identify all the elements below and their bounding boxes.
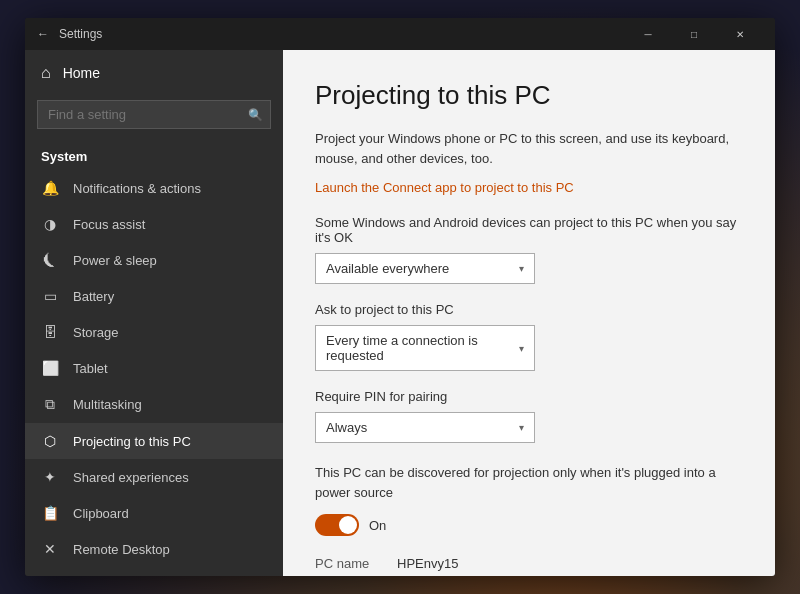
back-button[interactable]: ← [37,27,49,41]
search-icon: 🔍 [248,108,263,122]
battery-icon: ▭ [41,288,59,304]
minimize-button[interactable]: ─ [625,18,671,50]
sidebar-item-label: Clipboard [73,506,129,521]
multitasking-icon: ⧉ [41,396,59,413]
sidebar-item-label: Tablet [73,361,108,376]
sidebar-item-label: Battery [73,289,114,304]
focus-assist-icon: ◑ [41,216,59,232]
projecting-icon: ⬡ [41,433,59,449]
discovery-toggle-row: On [315,514,743,536]
sidebar-item-power-sleep[interactable]: ⏾ Power & sleep [25,242,283,278]
ask-project-label: Ask to project to this PC [315,302,743,317]
discovery-toggle[interactable] [315,514,359,536]
pin-label: Require PIN for pairing [315,389,743,404]
sidebar-item-home[interactable]: ⌂ Home [25,50,283,96]
tablet-icon: ⬜ [41,360,59,376]
titlebar: ← Settings ─ □ ✕ [25,18,775,50]
dropdown1-value: Available everywhere [326,261,449,276]
home-icon: ⌂ [41,64,51,82]
availability-dropdown[interactable]: Available everywhere ▾ [315,253,535,284]
power-description: This PC can be discovered for projection… [315,463,743,502]
settings-window: ← Settings ─ □ ✕ ⌂ Home 🔍 System [25,18,775,576]
page-title: Projecting to this PC [315,80,743,111]
dropdown3-arrow-icon: ▾ [519,422,524,433]
sidebar-item-label: Power & sleep [73,253,157,268]
dropdown2-value: Every time a connection is requested [326,333,519,363]
notifications-icon: 🔔 [41,180,59,196]
sidebar-item-label: Multitasking [73,397,142,412]
page-description: Project your Windows phone or PC to this… [315,129,743,168]
dropdown1-arrow-icon: ▾ [519,263,524,274]
sidebar-item-label: Focus assist [73,217,145,232]
sidebar-item-tablet[interactable]: ⬜ Tablet [25,350,283,386]
sidebar-item-label: Projecting to this PC [73,434,191,449]
window-controls: ─ □ ✕ [625,18,763,50]
sidebar: ⌂ Home 🔍 System 🔔 Notifications & action… [25,50,283,576]
remote-desktop-icon: ✕ [41,541,59,557]
pc-name-row: PC name HPEnvy15 [315,556,743,571]
ask-project-dropdown[interactable]: Every time a connection is requested ▾ [315,325,535,371]
storage-icon: 🗄 [41,324,59,340]
desktop: ← Settings ─ □ ✕ ⌂ Home 🔍 System [0,0,800,594]
power-sleep-icon: ⏾ [41,252,59,268]
maximize-button[interactable]: □ [671,18,717,50]
sidebar-item-about[interactable]: ℹ About [25,567,283,576]
sidebar-item-label: Shared experiences [73,470,189,485]
pc-name-value: HPEnvy15 [397,556,458,571]
window-title: Settings [59,27,625,41]
sidebar-item-storage[interactable]: 🗄 Storage [25,314,283,350]
sidebar-item-clipboard[interactable]: 📋 Clipboard [25,495,283,531]
search-input[interactable] [37,100,271,129]
pc-name-label: PC name [315,556,385,571]
pin-dropdown[interactable]: Always ▾ [315,412,535,443]
sidebar-item-label: Storage [73,325,119,340]
toggle-thumb [339,516,357,534]
dropdown2-arrow-icon: ▾ [519,343,524,354]
sidebar-item-projecting[interactable]: ⬡ Projecting to this PC [25,423,283,459]
some-devices-desc: Some Windows and Android devices can pro… [315,215,743,245]
launch-connect-link[interactable]: Launch the Connect app to project to thi… [315,180,743,195]
sidebar-section-system: System [25,141,283,170]
search-container: 🔍 [37,100,271,129]
clipboard-icon: 📋 [41,505,59,521]
sidebar-item-remote-desktop[interactable]: ✕ Remote Desktop [25,531,283,567]
sidebar-item-label: Remote Desktop [73,542,170,557]
sidebar-item-battery[interactable]: ▭ Battery [25,278,283,314]
home-label: Home [63,65,100,81]
sidebar-item-notifications[interactable]: 🔔 Notifications & actions [25,170,283,206]
window-content: ⌂ Home 🔍 System 🔔 Notifications & action… [25,50,775,576]
main-panel: Projecting to this PC Project your Windo… [283,50,775,576]
sidebar-item-label: Notifications & actions [73,181,201,196]
toggle-on-label: On [369,518,386,533]
sidebar-item-shared-experiences[interactable]: ✦ Shared experiences [25,459,283,495]
close-button[interactable]: ✕ [717,18,763,50]
sidebar-item-multitasking[interactable]: ⧉ Multitasking [25,386,283,423]
sidebar-item-focus-assist[interactable]: ◑ Focus assist [25,206,283,242]
dropdown3-value: Always [326,420,367,435]
shared-exp-icon: ✦ [41,469,59,485]
